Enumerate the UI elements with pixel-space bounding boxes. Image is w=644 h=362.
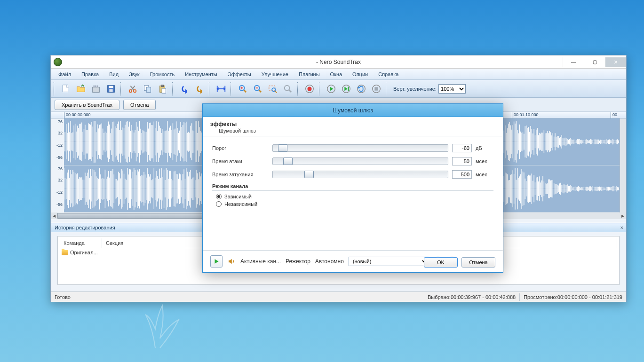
svg-rect-6 [109, 86, 113, 88]
window-title: - Nero SoundTrax [316, 59, 361, 65]
preset-select[interactable]: (новый) [349, 257, 429, 266]
history-row-label: Оригинал... [70, 250, 98, 255]
maximize-button[interactable]: ▢ [584, 57, 605, 67]
radio-independent[interactable]: Независимый [216, 201, 493, 207]
dialog-title: Шумовой шлюз [203, 104, 503, 117]
zoom-reset-icon[interactable] [281, 82, 294, 95]
cancel-button[interactable]: Отмена [461, 257, 495, 268]
radio-icon [216, 194, 222, 199]
vertical-scrollbar[interactable] [620, 118, 626, 212]
undo-icon[interactable] [178, 82, 191, 95]
desktop-decoration [127, 291, 193, 348]
attack-input[interactable] [452, 157, 472, 165]
attack-unit: мсек [476, 158, 493, 164]
paste-icon[interactable] [156, 82, 169, 95]
svg-rect-7 [109, 89, 112, 92]
autonomous-label: Автономно [315, 258, 344, 265]
play-icon[interactable] [325, 82, 338, 95]
close-button[interactable]: × [605, 57, 626, 67]
stop-icon[interactable] [370, 82, 383, 95]
svg-rect-2 [94, 85, 95, 87]
svg-rect-15 [217, 86, 218, 92]
svg-rect-16 [224, 86, 225, 92]
svg-rect-26 [348, 87, 349, 91]
dialog-header: эффекты Шумовой шлюз [203, 117, 503, 136]
status-viewed: Просмотрено:00:00:00:000 - 00:01:21:319 [524, 294, 622, 300]
menu-sound[interactable]: Звук [124, 70, 144, 79]
scroll-left-icon[interactable]: ◀ [51, 212, 57, 219]
history-col-command[interactable]: Команда [60, 238, 102, 248]
menu-plugins[interactable]: Плагины [294, 70, 325, 79]
svg-rect-1 [93, 87, 100, 92]
folder-icon [62, 250, 68, 255]
release-label: Время затухания [212, 172, 269, 177]
zoom-select[interactable]: 100% [438, 84, 466, 94]
scroll-right-icon[interactable]: ▶ [620, 212, 626, 219]
menu-view[interactable]: Вид [104, 70, 123, 79]
zoom-label: Верт. увеличение: [393, 86, 437, 92]
threshold-input[interactable] [452, 144, 472, 152]
svg-point-21 [285, 85, 290, 90]
attack-label: Время атаки [212, 158, 269, 164]
library-icon[interactable] [89, 82, 103, 95]
release-input[interactable] [452, 170, 472, 179]
svg-rect-3 [95, 85, 96, 87]
history-close-icon[interactable]: × [620, 225, 623, 230]
active-channels-label: Активные кан... [240, 258, 281, 265]
svg-rect-11 [146, 87, 151, 92]
zoom-out-icon[interactable] [251, 82, 264, 95]
history-title: История редактирования [55, 225, 115, 230]
store-button[interactable]: Хранить в SoundTrax [55, 100, 119, 110]
zoom-in-icon[interactable] [236, 82, 249, 95]
menu-enhance[interactable]: Улучшение [257, 70, 293, 79]
cancel-action-button[interactable]: Отмена [123, 100, 156, 110]
zoom-selection-icon[interactable] [266, 82, 279, 95]
play-selection-icon[interactable] [340, 82, 353, 95]
release-unit: мсек [476, 172, 493, 177]
release-slider[interactable] [272, 171, 448, 178]
menu-file[interactable]: Файл [54, 70, 76, 79]
timeline-mark: 00: [611, 112, 619, 118]
timeline-mark: 00:01:10:000 [512, 112, 539, 118]
y-scale: 76 32 -12 -56 76 32 -12 -56 [51, 118, 64, 212]
app-icon [54, 58, 62, 66]
svg-rect-29 [374, 87, 378, 90]
svg-rect-4 [97, 85, 98, 87]
channel-mode-label: Режим канала [212, 183, 493, 191]
save-icon[interactable] [104, 82, 118, 95]
fit-width-icon[interactable] [215, 82, 228, 95]
menu-options[interactable]: Опции [348, 70, 373, 79]
menu-tools[interactable]: Инструменты [180, 70, 222, 79]
menu-edit[interactable]: Правка [77, 70, 103, 79]
threshold-label: Порог [212, 145, 269, 151]
attack-slider[interactable] [272, 157, 448, 165]
svg-rect-13 [161, 85, 164, 87]
preview-play-button[interactable] [210, 255, 223, 268]
speaker-icon[interactable] [227, 257, 236, 266]
ok-button[interactable]: OK [424, 257, 458, 268]
menu-volume[interactable]: Громкость [145, 70, 179, 79]
director-label: Режектор [286, 258, 310, 265]
loop-icon[interactable] [355, 82, 368, 95]
timeline-mark: 00:00:00:000 [64, 112, 91, 118]
menu-help[interactable]: Справка [374, 70, 403, 79]
menu-windows[interactable]: Окна [326, 70, 347, 79]
threshold-unit: дБ [476, 145, 493, 151]
svg-rect-14 [162, 88, 166, 93]
svg-point-20 [272, 88, 275, 91]
status-ready: Готово [55, 294, 71, 300]
new-file-icon[interactable] [59, 82, 72, 95]
menubar: Файл Правка Вид Звук Громкость Инструмен… [51, 69, 626, 80]
radio-dependent[interactable]: Зависимый [216, 194, 493, 199]
menu-effects[interactable]: Эффекты [223, 70, 256, 79]
copy-icon[interactable] [141, 82, 154, 95]
svg-rect-0 [63, 85, 68, 92]
threshold-slider[interactable] [272, 144, 448, 152]
cut-icon[interactable] [126, 82, 139, 95]
minimize-button[interactable]: — [563, 57, 584, 67]
radio-icon [216, 201, 222, 207]
redo-icon[interactable] [193, 82, 206, 95]
svg-point-23 [307, 87, 311, 91]
record-icon[interactable] [303, 82, 316, 95]
open-file-icon[interactable] [74, 82, 87, 95]
